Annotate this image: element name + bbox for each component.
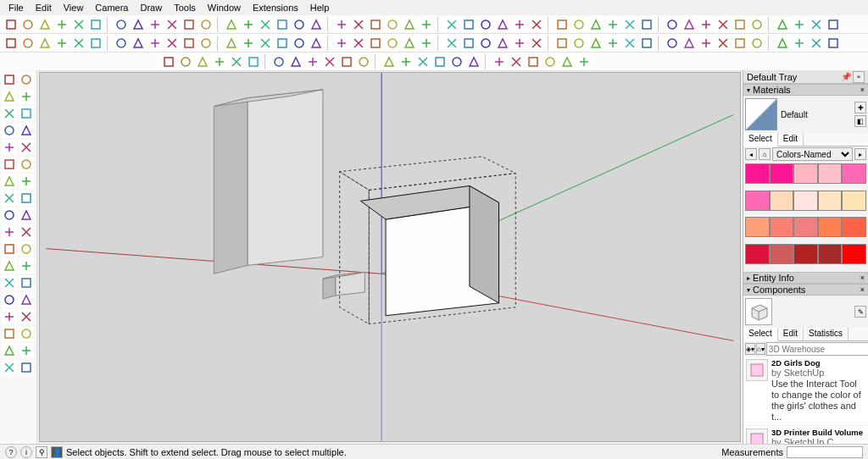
- toolbar-button[interactable]: [114, 17, 129, 32]
- toolbar-button[interactable]: [19, 326, 34, 341]
- toolbar-button[interactable]: [2, 360, 17, 375]
- toolbar-button[interactable]: [288, 54, 303, 69]
- toolbar-button[interactable]: [2, 258, 17, 274]
- toolbar-button[interactable]: [229, 54, 244, 69]
- toolbar-button[interactable]: [275, 36, 290, 51]
- toolbar-button[interactable]: [2, 140, 17, 155]
- toolbar-button[interactable]: [478, 17, 493, 32]
- menu-help[interactable]: Help: [305, 1, 335, 14]
- toolbar-button[interactable]: [605, 17, 620, 32]
- geolocation-icon[interactable]: ⚲: [36, 446, 47, 458]
- toolbar-button[interactable]: [19, 241, 34, 257]
- toolbar-button[interactable]: [37, 36, 53, 51]
- toolbar-button[interactable]: [732, 17, 748, 32]
- menu-tools[interactable]: Tools: [169, 1, 201, 14]
- toolbar-button[interactable]: [571, 36, 587, 51]
- materials-panel-header[interactable]: ▾ Materials ×: [743, 84, 868, 96]
- toolbar-button[interactable]: [19, 123, 34, 138]
- color-swatch[interactable]: [842, 191, 866, 211]
- color-swatch[interactable]: [842, 163, 866, 184]
- menu-camera[interactable]: Camera: [90, 1, 133, 14]
- toolbar-button[interactable]: [88, 17, 103, 32]
- toolbar-button[interactable]: [542, 54, 558, 69]
- toolbar-button[interactable]: [622, 36, 637, 51]
- toolbar-button[interactable]: [131, 36, 146, 51]
- toolbar-button[interactable]: [368, 17, 383, 32]
- color-swatch[interactable]: [770, 244, 794, 264]
- toolbar-button[interactable]: [385, 17, 400, 32]
- toolbar-button[interactable]: [19, 207, 34, 223]
- toolbar-button[interactable]: [241, 17, 256, 32]
- toolbar-button[interactable]: [809, 17, 824, 32]
- toolbar-button[interactable]: [419, 17, 434, 32]
- toolbar-button[interactable]: [2, 275, 17, 290]
- toolbar-button[interactable]: [19, 174, 34, 189]
- toolbar-button[interactable]: [305, 54, 320, 69]
- toolbar-button[interactable]: [181, 36, 197, 51]
- current-material-swatch[interactable]: [745, 98, 777, 130]
- toolbar-button[interactable]: [271, 54, 287, 69]
- tab-comp-select[interactable]: Select: [743, 328, 778, 341]
- toolbar-button[interactable]: [398, 54, 414, 69]
- toolbar-button[interactable]: [54, 17, 70, 32]
- material-create-icon[interactable]: ✚: [854, 102, 866, 113]
- toolbar-button[interactable]: [19, 343, 34, 358]
- toolbar-button[interactable]: [258, 17, 273, 32]
- menu-file[interactable]: File: [3, 1, 29, 14]
- material-collection-select[interactable]: Colors-Named: [772, 147, 853, 161]
- toolbar-button[interactable]: [178, 54, 193, 69]
- toolbar-button[interactable]: [732, 36, 748, 51]
- toolbar-button[interactable]: [775, 17, 790, 32]
- help-icon[interactable]: ?: [5, 446, 17, 458]
- toolbar-button[interactable]: [461, 36, 476, 51]
- toolbar-button[interactable]: [526, 54, 541, 69]
- credits-icon[interactable]: 👤: [51, 446, 63, 458]
- toolbar-button[interactable]: [351, 36, 366, 51]
- toolbar-button[interactable]: [258, 36, 273, 51]
- toolbar-button[interactable]: [495, 36, 510, 51]
- toolbar-button[interactable]: [529, 17, 544, 32]
- toolbar-button[interactable]: [682, 36, 697, 51]
- toolbar-button[interactable]: [19, 292, 34, 307]
- menu-window[interactable]: Window: [203, 1, 246, 14]
- toolbar-button[interactable]: [339, 54, 354, 69]
- toolbar-button[interactable]: [19, 106, 34, 121]
- toolbar-button[interactable]: [492, 54, 507, 69]
- toolbar-button[interactable]: [2, 174, 17, 189]
- toolbar-button[interactable]: [461, 17, 476, 32]
- toolbar-button[interactable]: [512, 17, 527, 32]
- toolbar-button[interactable]: [665, 17, 680, 32]
- color-swatch[interactable]: [818, 217, 843, 237]
- toolbar-button[interactable]: [334, 36, 349, 51]
- toolbar-button[interactable]: [3, 36, 19, 51]
- tab-select[interactable]: Select: [743, 133, 778, 147]
- toolbar-button[interactable]: [826, 17, 841, 32]
- toolbar-button[interactable]: [529, 36, 544, 51]
- component-thumb[interactable]: [745, 298, 772, 325]
- toolbar-button[interactable]: [415, 54, 431, 69]
- toolbar-button[interactable]: [402, 36, 417, 51]
- toolbar-button[interactable]: [2, 89, 17, 104]
- toolbar-button[interactable]: [402, 17, 417, 32]
- color-swatch[interactable]: [818, 191, 843, 211]
- toolbar-button[interactable]: [715, 17, 731, 32]
- component-edit-icon[interactable]: ✎: [854, 306, 866, 318]
- toolbar-button[interactable]: [2, 191, 17, 206]
- toolbar-button[interactable]: [554, 36, 570, 51]
- viewport-3d[interactable]: [39, 72, 741, 442]
- toolbar-button[interactable]: [588, 17, 604, 32]
- tab-comp-statistics[interactable]: Statistics: [804, 328, 849, 340]
- toolbar-button[interactable]: [19, 224, 34, 240]
- components-panel-header[interactable]: ▾ Components ×: [743, 284, 868, 296]
- toolbar-button[interactable]: [2, 309, 17, 324]
- toolbar-button[interactable]: [224, 17, 239, 32]
- toolbar-button[interactable]: [356, 54, 371, 69]
- entity-info-panel-header[interactable]: ▸ Entity Info ×: [743, 272, 868, 284]
- toolbar-button[interactable]: [698, 36, 714, 51]
- toolbar-button[interactable]: [19, 360, 34, 375]
- color-swatch[interactable]: [745, 163, 770, 184]
- toolbar-button[interactable]: [444, 36, 459, 51]
- toolbar-button[interactable]: [292, 36, 307, 51]
- toolbar-button[interactable]: [88, 36, 103, 51]
- toolbar-button[interactable]: [20, 36, 36, 51]
